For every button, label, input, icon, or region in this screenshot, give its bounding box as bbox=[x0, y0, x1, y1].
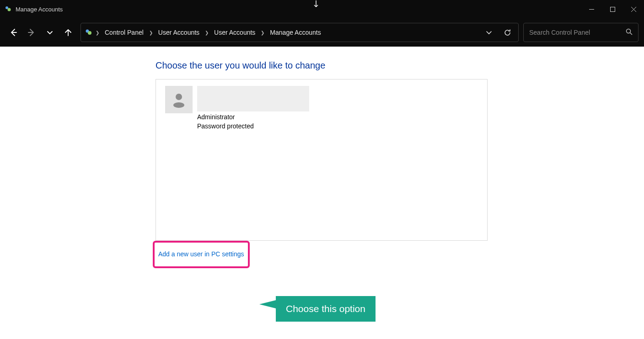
svg-point-11 bbox=[173, 102, 184, 108]
chevron-right-icon[interactable]: ❯ bbox=[260, 30, 265, 35]
chevron-right-icon[interactable]: ❯ bbox=[204, 30, 209, 35]
annotation-callout-text: Choose this option bbox=[276, 296, 376, 322]
window-controls bbox=[581, 0, 644, 18]
maximize-button[interactable] bbox=[602, 0, 623, 18]
search-input[interactable] bbox=[529, 29, 626, 36]
address-bar[interactable]: ❯ Control Panel ❯ User Accounts ❯ User A… bbox=[80, 23, 519, 42]
back-button[interactable] bbox=[5, 25, 21, 40]
svg-rect-3 bbox=[610, 7, 615, 11]
chevron-right-icon[interactable]: ❯ bbox=[148, 30, 154, 35]
breadcrumb-control-panel[interactable]: Control Panel bbox=[102, 27, 146, 38]
minimize-button[interactable] bbox=[581, 0, 602, 18]
annotation-callout: Choose this option bbox=[276, 296, 376, 322]
breadcrumb-user-accounts[interactable]: User Accounts bbox=[156, 27, 202, 38]
toolbar: ❯ Control Panel ❯ User Accounts ❯ User A… bbox=[0, 18, 644, 47]
close-button[interactable] bbox=[623, 0, 644, 18]
chevron-right-icon[interactable]: ❯ bbox=[95, 30, 100, 35]
user-avatar-icon bbox=[165, 86, 193, 113]
annotation-highlight-box: Add a new user in PC settings bbox=[153, 241, 250, 268]
breadcrumb-user-accounts-2[interactable]: User Accounts bbox=[211, 27, 258, 38]
app-icon bbox=[5, 5, 12, 13]
page-heading: Choose the user you would like to change bbox=[156, 60, 489, 71]
forward-button[interactable] bbox=[24, 25, 39, 40]
breadcrumb-manage-accounts[interactable]: Manage Accounts bbox=[267, 27, 323, 38]
user-status: Password protected bbox=[197, 122, 309, 131]
svg-line-9 bbox=[630, 32, 633, 35]
user-card[interactable]: Administrator Password protected bbox=[165, 86, 478, 131]
address-dropdown-button[interactable] bbox=[482, 25, 496, 40]
content-area: Choose the user you would like to change… bbox=[0, 47, 644, 339]
refresh-button[interactable] bbox=[500, 25, 515, 40]
svg-point-1 bbox=[8, 8, 11, 11]
window-title: Manage Accounts bbox=[16, 6, 63, 13]
cursor-icon bbox=[313, 0, 319, 11]
svg-point-8 bbox=[627, 29, 631, 33]
add-new-user-link[interactable]: Add a new user in PC settings bbox=[158, 250, 244, 258]
user-info: Administrator Password protected bbox=[197, 86, 309, 131]
search-icon[interactable] bbox=[626, 28, 633, 37]
user-list-box: Administrator Password protected bbox=[156, 79, 488, 241]
titlebar: Manage Accounts bbox=[0, 0, 644, 18]
up-button[interactable] bbox=[60, 25, 76, 40]
search-box[interactable] bbox=[523, 23, 639, 42]
user-role: Administrator bbox=[197, 112, 309, 122]
user-name-redacted bbox=[197, 86, 309, 111]
annotation-arrow-icon bbox=[259, 300, 278, 309]
svg-point-10 bbox=[176, 94, 182, 100]
accounts-icon bbox=[85, 28, 93, 37]
svg-point-7 bbox=[88, 31, 91, 35]
svg-marker-12 bbox=[259, 300, 278, 309]
recent-dropdown-button[interactable] bbox=[42, 25, 58, 40]
